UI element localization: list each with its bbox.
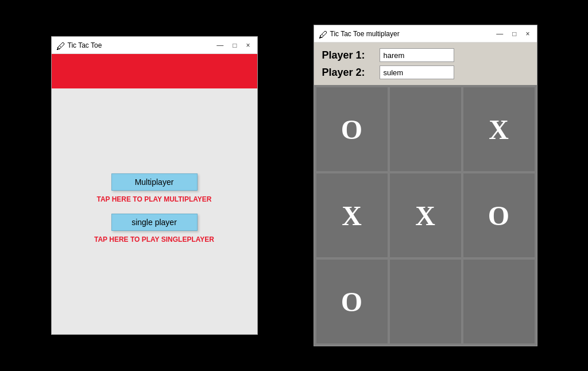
- cell-value-0-0: O: [341, 114, 362, 145]
- right-minimize-button[interactable]: —: [494, 30, 505, 37]
- left-window-title: Tic Tac Toe: [68, 41, 215, 49]
- player2-row: Player 2:: [322, 65, 529, 79]
- cell-0-0[interactable]: O: [316, 87, 388, 171]
- right-title-bar: 🖊 Tic Tac Toe multiplayer — □ ×: [314, 25, 537, 42]
- right-maximize-button[interactable]: □: [510, 30, 519, 37]
- player2-label: Player 2:: [322, 67, 374, 79]
- cell-value-0-2: X: [489, 114, 509, 145]
- players-header: Player 1: Player 2:: [314, 42, 537, 85]
- left-close-button[interactable]: ×: [243, 42, 252, 49]
- cell-2-1[interactable]: [390, 260, 461, 343]
- left-minimize-button[interactable]: —: [214, 42, 226, 49]
- player1-input[interactable]: [380, 48, 454, 62]
- cell-1-1[interactable]: X: [390, 173, 461, 257]
- cell-2-0[interactable]: O: [316, 260, 388, 343]
- cell-value-1-0: X: [342, 200, 362, 231]
- left-window: 🖊 Tic Tac Toe — □ × Multiplayer TAP HERE…: [51, 36, 258, 335]
- game-board: OXXXOO: [314, 85, 537, 346]
- cell-1-0[interactable]: X: [316, 173, 388, 257]
- cell-value-1-2: O: [488, 200, 509, 231]
- multiplayer-button[interactable]: Multiplayer: [111, 173, 198, 191]
- cell-1-2[interactable]: O: [463, 173, 535, 257]
- cell-0-2[interactable]: X: [463, 87, 535, 171]
- left-window-icon: 🖊: [56, 41, 64, 49]
- left-maximize-button[interactable]: □: [230, 42, 239, 49]
- right-window: 🖊 Tic Tac Toe multiplayer — □ × Player 1…: [314, 25, 537, 346]
- cell-value-2-0: O: [341, 286, 362, 318]
- right-title-controls: — □ ×: [494, 30, 532, 37]
- player2-input[interactable]: [380, 65, 454, 79]
- right-close-button[interactable]: ×: [523, 30, 532, 37]
- cell-2-2[interactable]: [463, 260, 535, 343]
- left-title-bar: 🖊 Tic Tac Toe — □ ×: [52, 37, 257, 54]
- cell-0-1[interactable]: [390, 87, 461, 171]
- right-window-icon: 🖊: [319, 30, 327, 38]
- multiplayer-tap-label: TAP HERE TO PLAY MULTIPLAYER: [96, 195, 211, 203]
- left-content: Multiplayer TAP HERE TO PLAY MULTIPLAYER…: [52, 88, 257, 334]
- left-title-controls: — □ ×: [214, 42, 252, 49]
- singleplayer-tap-label: TAP HERE TO PLAY SINGLEPLAYER: [94, 235, 214, 244]
- player1-row: Player 1:: [322, 48, 529, 62]
- red-banner: [52, 54, 257, 88]
- player1-label: Player 1:: [322, 49, 374, 61]
- singleplayer-button[interactable]: single player: [111, 214, 198, 231]
- right-window-title: Tic Tac Toe multiplayer: [330, 30, 494, 38]
- cell-value-1-1: X: [415, 200, 435, 231]
